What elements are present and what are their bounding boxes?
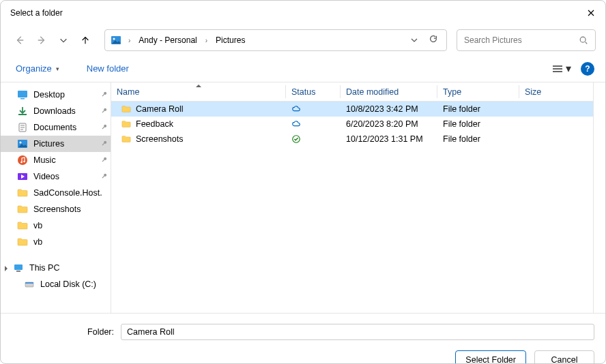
table-row[interactable]: Camera Roll 10/8/2023 3:42 PM File folde… [111,102,593,117]
sidebar-item[interactable]: Documents [1,119,111,136]
downloads-icon [17,106,28,117]
nav-back-button[interactable] [10,31,29,50]
address-dropdown[interactable] [407,34,422,46]
sidebar-item[interactable]: SadConsole.Host. [1,185,111,201]
column-name[interactable]: Name [111,82,286,101]
search-input[interactable]: Search Pictures [457,29,596,51]
sidebar-item[interactable]: Pictures [1,136,111,152]
sidebar-item-label: Downloads [33,106,76,116]
desktop-icon [17,89,28,100]
column-status[interactable]: Status [286,82,341,101]
file-name: Camera Roll [136,104,183,114]
svg-point-1 [113,38,115,40]
file-date: 10/12/2023 1:31 PM [341,134,437,144]
file-name: Screenshots [136,134,183,144]
sidebar-disk[interactable]: Local Disk (C:) [1,276,111,292]
file-name: Feedback [136,119,173,129]
folder-icon [121,134,132,144]
organize-label: Organize [16,63,52,74]
sidebar-item[interactable]: Desktop [1,87,111,103]
sidebar-item[interactable]: vb [1,217,111,234]
cancel-button[interactable]: Cancel [534,350,594,364]
videos-icon [17,171,28,182]
column-type[interactable]: Type [437,82,519,101]
caret-down-icon: ▾ [566,62,571,75]
status-icon [291,119,301,129]
folder-icon [121,119,132,129]
status-icon [291,104,301,114]
column-size[interactable]: Size [519,82,573,101]
table-row[interactable]: Screenshots 10/12/2023 1:31 PM File fold… [111,132,593,147]
file-date: 6/20/2023 8:20 PM [341,119,437,129]
chevron-right-icon[interactable]: › [203,37,210,44]
disk-icon [24,279,35,290]
caret-down-icon: ▾ [56,65,59,72]
breadcrumb-root[interactable]: Andy - Personal [136,35,199,45]
sidebar-item[interactable]: Screenshots [1,201,111,217]
pictures-icon [17,138,28,149]
folder-icon [17,220,28,231]
nav-forward-button[interactable] [32,31,51,50]
sidebar-item-label: Desktop [33,90,65,100]
sidebar-item-label: vb [33,221,42,230]
pin-icon [98,155,109,166]
folder-icon [17,187,28,198]
dialog-title: Select a folder [10,8,586,18]
sidebar-item-label: Documents [33,123,76,132]
view-button[interactable]: ▾ [552,62,571,75]
sidebar-item-label: SadConsole.Host. [33,188,102,198]
help-button[interactable]: ? [581,62,594,76]
table-row[interactable]: Feedback 6/20/2023 8:20 PM File folder [111,117,593,132]
sidebar-item-label: Local Disk (C:) [40,279,96,289]
sidebar-item[interactable]: Music [1,152,111,168]
nav-up-button[interactable] [76,31,95,50]
pin-icon [98,89,109,100]
sidebar-item-label: Pictures [33,139,64,149]
pc-icon [13,262,24,273]
file-date: 10/8/2023 3:42 PM [341,104,437,114]
sidebar-item-label: Music [33,155,56,165]
sidebar-item-label: Screenshots [33,204,81,214]
folder-icon [17,204,28,215]
music-icon [17,155,28,166]
new-folder-label: New folder [87,63,129,74]
breadcrumb-current[interactable]: Pictures [213,35,248,45]
file-type: File folder [437,104,519,114]
address-bar[interactable]: › Andy - Personal › Pictures [104,29,447,51]
new-folder-button[interactable]: New folder [83,61,133,76]
chevron-right-icon[interactable]: › [126,37,133,44]
column-date[interactable]: Date modified [341,82,437,101]
organize-button[interactable]: Organize ▾ [12,61,63,76]
sidebar-item[interactable]: vb [1,234,111,250]
folder-icon [17,237,28,247]
scrollbar[interactable] [593,82,605,313]
sidebar-item-label: vb [33,237,42,247]
svg-point-2 [580,37,586,42]
file-list: Name Status Date modified Type Size Came… [111,82,593,313]
nav-recent-dropdown[interactable] [54,31,73,50]
folder-field-label: Folder: [12,327,114,337]
status-icon [291,134,301,144]
folder-field[interactable] [121,324,594,340]
sidebar-item-label: Videos [33,172,59,181]
pictures-icon [109,33,123,47]
select-folder-button[interactable]: Select Folder [455,350,526,364]
search-icon [579,35,588,45]
search-placeholder: Search Pictures [464,35,579,45]
sidebar-this-pc[interactable]: This PC [1,260,111,276]
sidebar-item[interactable]: Videos [1,168,111,185]
pin-icon [98,171,109,182]
close-button[interactable] [586,8,596,18]
refresh-button[interactable] [424,34,442,46]
sort-indicator-icon [196,82,201,87]
sidebar-item[interactable]: Downloads [1,103,111,119]
file-type: File folder [437,134,519,144]
sidebar-item-label: This PC [29,263,59,273]
pin-icon [98,138,109,149]
sidebar: DesktopDownloadsDocumentsPicturesMusicVi… [1,82,111,313]
pin-icon [98,106,109,117]
documents-icon [17,122,28,133]
pin-icon [98,122,109,133]
folder-icon [121,104,132,114]
file-type: File folder [437,119,519,129]
